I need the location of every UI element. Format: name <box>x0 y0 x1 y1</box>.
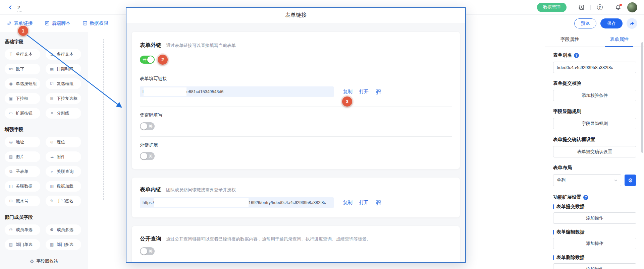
panel-action-button[interactable]: 表单提交确认设置 <box>553 146 636 157</box>
back-button[interactable] <box>7 4 14 11</box>
share-button[interactable] <box>627 18 637 29</box>
external-link-toggle[interactable]: 开 <box>140 56 155 64</box>
field-pill[interactable]: ◫关联数据 <box>5 181 40 192</box>
redaction-mask <box>154 198 249 207</box>
save-button[interactable]: 保存 <box>600 18 623 28</box>
panel-action-button[interactable]: 添加操作 <box>553 238 636 249</box>
bell-icon[interactable] <box>614 4 622 11</box>
tab-backend-script[interactable]: 后端脚本 <box>45 20 70 26</box>
field-pill[interactable]: ▣下拉框 <box>5 93 40 104</box>
field-pill[interactable]: ⌕关联查询 <box>46 166 81 177</box>
field-pill[interactable]: ⊞流水号 <box>5 196 40 206</box>
avatar[interactable] <box>627 2 637 12</box>
field-pill[interactable]: ◎地址 <box>5 137 40 147</box>
field-pill[interactable]: ☁附件 <box>46 151 81 162</box>
panel-action-button[interactable]: 添加操作 <box>553 263 636 269</box>
field-recycle-bin[interactable]: ♻ 字段回收站 <box>0 253 88 269</box>
fill-link-input[interactable]: l e681cd15349543d6 <box>140 86 334 97</box>
open-link-button[interactable]: 打开 <box>359 89 369 95</box>
annotation-step-2: 2 <box>158 55 168 65</box>
copy-link-button[interactable]: 复制 <box>343 89 353 95</box>
datetime-icon: ▦ <box>49 67 54 71</box>
field-pill[interactable]: T单行文本 <box>5 49 40 60</box>
copy-link-button[interactable]: 复制 <box>343 200 353 206</box>
field-pill-label: 部门单选 <box>16 242 33 248</box>
properties-panel: 字段属性 表单属性 表单别名 ? 5ded0c4a4c9293958a382f8… <box>545 32 644 269</box>
qr-code-icon[interactable] <box>375 200 381 206</box>
subform-icon: ⧉ <box>8 169 13 174</box>
field-pill[interactable]: ≣多行文本 <box>46 49 81 60</box>
form-alias-input[interactable]: 5ded0c4a4c9293958a382f8c <box>553 62 636 73</box>
form-alias-label: 表单别名 ? <box>553 52 636 58</box>
password-fill-toggle[interactable]: 关 <box>140 122 155 130</box>
gear-icon: ⚙ <box>628 177 633 184</box>
help-badge-icon[interactable]: ? <box>574 53 579 58</box>
field-pill-label: 扩展按钮 <box>16 111 33 116</box>
field-pill-label: 下拉框 <box>16 96 29 102</box>
layout-settings-button[interactable]: ⚙ <box>625 175 636 186</box>
field-pill-label: 成员单选 <box>16 227 33 233</box>
external-link-title: 表单外链 <box>140 42 161 49</box>
panel-section-label: 表单删除数据 <box>553 255 636 261</box>
multi-line-text-icon: ≣ <box>49 52 54 57</box>
qr-code-icon[interactable] <box>375 89 381 95</box>
dropdown-icon: ▣ <box>8 96 13 101</box>
layout-select[interactable]: 单列 <box>553 174 621 186</box>
field-pill-label: 部门多选 <box>57 242 73 248</box>
modal-title: 表单链接 <box>126 8 465 23</box>
contacts-icon[interactable] <box>578 4 585 11</box>
public-query-toggle[interactable]: 关 <box>140 247 155 255</box>
public-query-title: 公开查询 <box>140 236 161 243</box>
member-multi-icon: ⚉ <box>49 227 54 232</box>
department-multi-icon: ▦ <box>49 242 54 247</box>
share-arrow-icon <box>629 21 635 26</box>
panel-action-button[interactable]: 添加操作 <box>553 212 636 224</box>
field-pill[interactable]: ⊟下拉复选框 <box>46 93 81 104</box>
sidebar-group-title: 增强字段 <box>5 127 88 133</box>
redaction-mask <box>144 87 186 96</box>
field-pill[interactable]: ⊕定位 <box>46 137 81 147</box>
open-link-button[interactable]: 打开 <box>359 200 369 206</box>
field-pill[interactable]: ⚉成员多选 <box>46 224 81 235</box>
panel-action-button[interactable]: 添加校验条件 <box>553 90 636 101</box>
field-pill[interactable]: 123数字 <box>5 64 40 74</box>
tab-form-link[interactable]: 表单链接 <box>7 20 33 26</box>
field-pill[interactable]: ✎手写签名 <box>46 196 81 206</box>
divider-icon: ≡ <box>49 111 54 116</box>
divider <box>609 5 609 10</box>
internal-link-input[interactable]: https:/ 16926/entry/5ded0c4a4c9293958a38… <box>140 197 334 208</box>
panel-scrollbar[interactable] <box>641 42 643 153</box>
field-pill[interactable]: ▦部门多选 <box>46 239 81 250</box>
field-pill-label: 单选按钮组 <box>16 81 37 87</box>
field-pill[interactable]: ▭扩展按钮 <box>5 108 40 119</box>
tab-field-properties[interactable]: 字段属性 <box>545 32 595 47</box>
annotation-step-3: 3 <box>342 96 352 107</box>
notification-dot <box>620 4 622 6</box>
department-single-icon: ▤ <box>8 242 13 247</box>
field-pill-grid: ◎地址⊕定位▨图片☁附件⧉子表单⌕关联查询◫关联数据▥数据加载⊞流水号✎手写签名 <box>5 137 88 206</box>
extend-link-toggle[interactable]: 关 <box>140 152 155 160</box>
field-pill[interactable]: ▤部门单选 <box>5 239 40 250</box>
help-icon[interactable]: ? <box>596 4 603 11</box>
field-pill[interactable]: ☑复选框组 <box>46 78 81 89</box>
field-pill-label: 流水号 <box>16 198 29 204</box>
sidebar-group-title: 部门成员字段 <box>5 214 88 220</box>
divider <box>140 136 452 137</box>
field-pill-label: 关联数据 <box>16 184 33 189</box>
password-fill-label: 凭密码填写 <box>140 112 452 118</box>
help-badge-icon[interactable]: ? <box>583 195 588 200</box>
preview-button[interactable]: 预览 <box>574 18 596 28</box>
tab-form-properties[interactable]: 表单属性 <box>595 32 644 47</box>
field-pill[interactable]: ⚇成员单选 <box>5 224 40 235</box>
tab-data-permission[interactable]: 数据权限 <box>83 20 108 26</box>
data-manage-button[interactable]: 数据管理 <box>537 3 567 12</box>
field-pill[interactable]: ⧉子表单 <box>5 166 40 177</box>
field-pill-label: 下拉复选框 <box>57 96 78 102</box>
field-pill[interactable]: ◉单选按钮组 <box>5 78 40 89</box>
field-pill[interactable]: ▨图片 <box>5 151 40 162</box>
field-pill[interactable]: ≡分割线 <box>46 108 81 119</box>
field-pill[interactable]: ▦日期时间 <box>46 64 81 74</box>
field-pill[interactable]: ▥数据加载 <box>46 181 81 192</box>
panel-action-button[interactable]: 字段显隐规则 <box>553 118 636 129</box>
chevron-down-icon <box>614 179 618 182</box>
